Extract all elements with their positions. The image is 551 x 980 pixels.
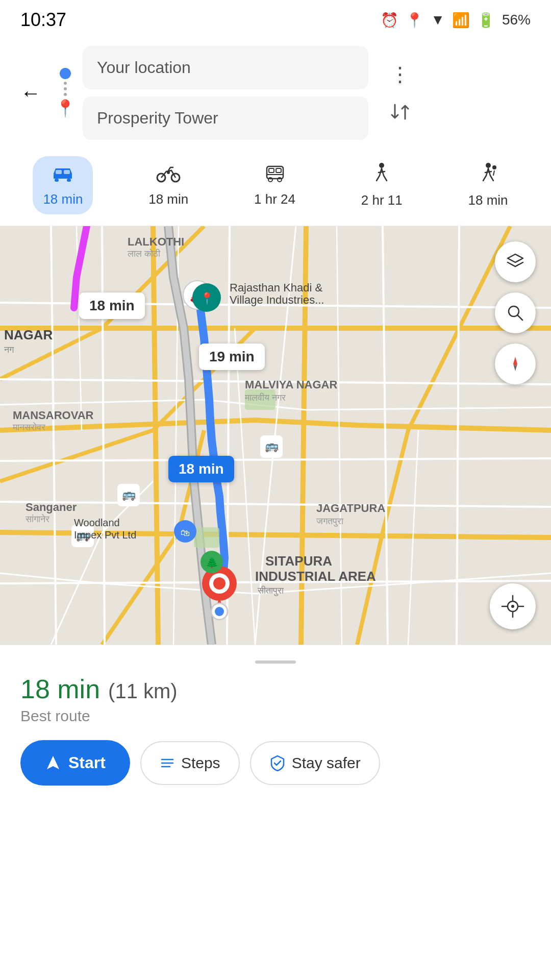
compass-button[interactable] xyxy=(495,344,536,384)
car-time: 18 min xyxy=(43,191,83,207)
swap-icon xyxy=(389,101,411,123)
rideshare-time: 18 min xyxy=(468,192,508,208)
svg-rect-3 xyxy=(64,170,70,174)
svg-text:📍: 📍 xyxy=(200,291,214,305)
svg-text:सांगानेर: सांगानेर xyxy=(25,513,50,524)
connector-dot2 xyxy=(64,87,67,90)
car-icon xyxy=(51,163,75,188)
navigation-icon xyxy=(45,755,61,771)
transport-rideshare[interactable]: 18 min xyxy=(458,155,518,215)
more-options-button[interactable]: ⋮ xyxy=(385,59,415,89)
rideshare-icon xyxy=(478,162,498,189)
drag-handle[interactable] xyxy=(255,660,296,664)
route-distance: (11 km) xyxy=(108,680,178,703)
svg-point-57 xyxy=(509,306,519,316)
svg-text:🌲: 🌲 xyxy=(206,556,218,569)
back-icon: ← xyxy=(20,82,41,105)
transport-motorcycle[interactable]: 18 min xyxy=(138,156,198,214)
svg-text:INDUSTRIAL AREA: INDUSTRIAL AREA xyxy=(255,569,376,584)
svg-text:Rajasthan Khadi &: Rajasthan Khadi & xyxy=(230,281,323,294)
svg-text:मालवीय नगर: मालवीय नगर xyxy=(244,393,286,403)
svg-marker-67 xyxy=(47,756,59,769)
battery-icon: 🔋 xyxy=(477,12,495,29)
status-bar: 10:37 ⏰ 📍 ▼ 📶 🔋 56% xyxy=(0,0,551,36)
shield-check-icon xyxy=(269,755,286,771)
svg-rect-8 xyxy=(269,168,274,173)
svg-text:Impex Pvt Ltd: Impex Pvt Ltd xyxy=(74,529,136,541)
svg-text:जगतपुरा: जगतपुरा xyxy=(316,516,344,527)
route-info: 18 min (11 km) xyxy=(20,674,531,704)
map-badge-18-main[interactable]: 18 min xyxy=(168,456,234,482)
svg-text:🚌: 🚌 xyxy=(265,439,279,453)
steps-button[interactable]: Steps xyxy=(140,741,240,785)
svg-text:Woodland: Woodland xyxy=(74,517,120,528)
compass-icon xyxy=(506,355,524,373)
origin-dot xyxy=(60,68,71,79)
svg-text:NAGAR: NAGAR xyxy=(4,327,53,342)
transport-transit[interactable]: 1 hr 24 xyxy=(244,156,306,214)
map-badge-19[interactable]: 19 min xyxy=(199,344,265,370)
steps-icon xyxy=(160,755,175,771)
destination-pin-icon: 📍 xyxy=(55,99,76,118)
layers-button[interactable] xyxy=(495,241,536,282)
svg-point-29 xyxy=(215,607,224,616)
svg-text:🚌: 🚌 xyxy=(122,487,136,501)
svg-rect-1 xyxy=(67,179,71,182)
locate-icon xyxy=(501,595,524,618)
transport-walk[interactable]: 2 hr 11 xyxy=(351,155,413,215)
transit-icon xyxy=(263,163,287,188)
svg-point-62 xyxy=(511,605,514,608)
more-options-icon: ⋮ xyxy=(390,62,410,86)
search-map-button[interactable] xyxy=(495,292,536,333)
map-badge-18-top[interactable]: 18 min xyxy=(79,292,145,319)
swap-button[interactable] xyxy=(385,96,415,127)
svg-line-58 xyxy=(518,315,522,320)
svg-point-13 xyxy=(379,163,384,168)
search-area: ← 📍 ⋮ xyxy=(0,36,551,150)
stay-safer-button[interactable]: Stay safer xyxy=(250,741,380,785)
svg-text:MALVIYA NAGAR: MALVIYA NAGAR xyxy=(245,378,337,391)
back-button[interactable]: ← xyxy=(15,78,46,108)
motorcycle-time: 18 min xyxy=(148,191,188,207)
bottom-panel: 18 min (11 km) Best route Start Steps xyxy=(0,645,551,806)
svg-text:SITAPURA: SITAPURA xyxy=(265,553,332,569)
destination-input[interactable] xyxy=(83,96,368,140)
walk-icon xyxy=(371,162,392,189)
start-button[interactable]: Start xyxy=(20,740,130,786)
layers-icon xyxy=(506,252,525,272)
status-icons: ⏰ 📍 ▼ 📶 🔋 56% xyxy=(381,12,531,29)
svg-text:नग: नग xyxy=(4,345,14,355)
map-area[interactable]: 🚌 🚌 🚌 🌲 🚗 📍 LALKOTHI लाल कोठी xyxy=(0,226,551,645)
walk-time: 2 hr 11 xyxy=(361,192,403,208)
signal-icon: 📶 xyxy=(452,12,470,29)
svg-text:लाल कोठी: लाल कोठी xyxy=(127,248,161,259)
svg-text:MANSAROVAR: MANSAROVAR xyxy=(13,409,94,422)
transport-car[interactable]: 18 min xyxy=(33,156,93,214)
route-label: Best route xyxy=(20,707,531,725)
svg-text:Sanganer: Sanganer xyxy=(26,501,77,513)
transport-modes: 18 min 18 min 1 hr 24 xyxy=(0,150,551,226)
transit-time: 1 hr 24 xyxy=(254,191,295,207)
svg-rect-0 xyxy=(55,179,59,182)
svg-text:मानसरोवर: मानसरोवर xyxy=(12,422,46,432)
connector-dot3 xyxy=(64,93,67,96)
origin-input[interactable] xyxy=(83,46,368,89)
svg-point-15 xyxy=(492,165,496,169)
svg-text:सीतापुरा: सीतापुरा xyxy=(257,585,284,596)
action-buttons: Start Steps Stay safer xyxy=(20,740,531,786)
svg-point-14 xyxy=(486,163,491,168)
status-time: 10:37 xyxy=(20,9,66,31)
location-icon: 📍 xyxy=(406,12,423,29)
svg-text:Village Industries...: Village Industries... xyxy=(230,293,324,306)
svg-text:JAGATPURA: JAGATPURA xyxy=(316,502,385,514)
motorcycle-icon xyxy=(156,163,181,188)
alarm-icon: ⏰ xyxy=(381,12,398,29)
locate-button[interactable] xyxy=(490,583,536,629)
search-map-icon xyxy=(506,304,524,322)
start-label: Start xyxy=(68,753,106,772)
svg-text:🛍: 🛍 xyxy=(181,528,190,538)
wifi-icon: ▼ xyxy=(431,12,445,28)
svg-point-27 xyxy=(213,577,226,590)
svg-text:LALKOTHI: LALKOTHI xyxy=(128,235,184,248)
connector-dot1 xyxy=(64,82,67,85)
